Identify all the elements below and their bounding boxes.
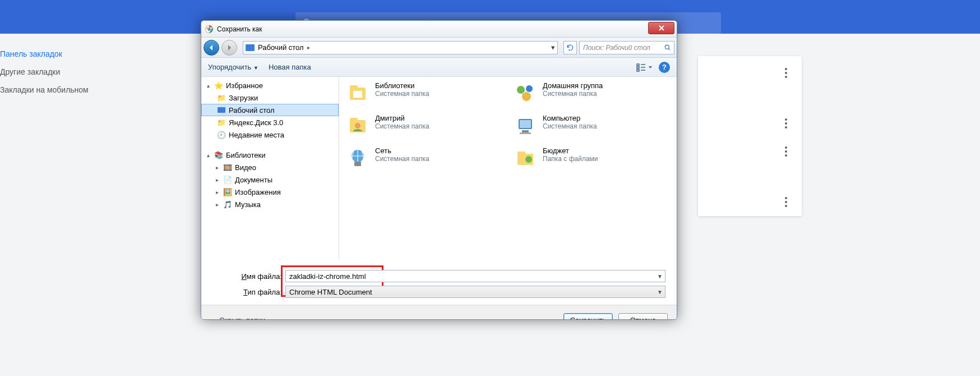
svg-rect-30: [517, 152, 525, 155]
cancel-button[interactable]: Отмена: [618, 313, 668, 320]
video-icon: 🎞️: [223, 163, 232, 172]
svg-rect-26: [520, 132, 531, 134]
folder-icon: [514, 146, 537, 170]
address-breadcrumb[interactable]: Рабочий стол ▸ ▾: [243, 41, 558, 54]
computer-icon: [514, 114, 537, 137]
chevron-down-icon: ▼: [253, 65, 258, 71]
refresh-button[interactable]: [563, 41, 577, 54]
list-item[interactable]: БюджетПапка с файлами: [514, 146, 670, 170]
library-icon: 📚: [214, 150, 223, 159]
search-placeholder: Поиск: Рабочий стол: [583, 44, 650, 52]
document-icon: 📄: [223, 175, 232, 184]
svg-rect-24: [520, 120, 531, 128]
dialog-titlebar[interactable]: Сохранить как: [201, 21, 677, 38]
list-item[interactable]: ДмитрийСистемная папка: [346, 114, 502, 137]
help-button[interactable]: ?: [659, 62, 670, 73]
svg-rect-25: [522, 130, 529, 132]
dialog-title: Сохранить как: [217, 25, 262, 33]
explorer-search[interactable]: Поиск: Рабочий стол: [579, 41, 674, 54]
list-item[interactable]: СетьСистемная папка: [346, 146, 502, 170]
svg-point-22: [355, 123, 360, 129]
close-button[interactable]: [648, 22, 674, 34]
chevron-down-icon[interactable]: ▼: [657, 289, 663, 295]
nav-forward-button[interactable]: [221, 40, 237, 56]
folder-tree[interactable]: ▴⭐Избранное 📁Загрузки Рабочий стол 📁Янде…: [201, 77, 339, 260]
breadcrumb-text: Рабочий стол: [258, 43, 304, 52]
svg-point-19: [522, 92, 531, 101]
view-options-icon[interactable]: [636, 63, 652, 72]
sidebar-item-other-bookmarks[interactable]: Другие закладки: [0, 63, 146, 81]
svg-rect-8: [637, 64, 639, 66]
save-button[interactable]: Сохранить: [563, 313, 613, 320]
tree-music[interactable]: ▸🎵Музыка: [201, 198, 339, 210]
hide-folders-button[interactable]: ▲Скрыть папки: [210, 316, 265, 320]
explorer-toolbar: Упорядочить ▼ Новая папка ?: [201, 58, 677, 77]
svg-rect-9: [637, 67, 639, 68]
libraries-icon: [346, 81, 369, 105]
tree-documents[interactable]: ▸📄Документы: [201, 173, 339, 186]
svg-point-31: [525, 156, 532, 163]
svg-line-7: [668, 48, 670, 50]
user-icon: [346, 114, 369, 137]
arrow-left-icon: [208, 44, 215, 51]
tree-yandex-disk[interactable]: 📁Яндекс.Диск 3.0: [201, 116, 339, 129]
recent-icon: 🕘: [217, 130, 226, 139]
more-menu-icon[interactable]: [780, 146, 792, 157]
image-icon: 🖼️: [223, 187, 232, 196]
list-item[interactable]: БиблиотекиСистемная папка: [346, 81, 502, 105]
svg-rect-15: [350, 85, 358, 89]
organize-menu[interactable]: Упорядочить ▼: [208, 63, 258, 71]
more-menu-icon[interactable]: [780, 67, 792, 79]
arrow-right-icon: [226, 44, 233, 51]
chevron-right-icon: ▸: [307, 44, 310, 51]
folder-icon: 📁: [217, 118, 226, 127]
svg-point-18: [526, 85, 533, 92]
filename-label: Имя файла:: [212, 272, 285, 281]
file-list[interactable]: БиблиотекиСистемная папка Домашняя групп…: [339, 77, 677, 260]
filename-input[interactable]: zakladki-iz-chrome.html▼: [285, 270, 665, 282]
more-menu-icon[interactable]: [780, 196, 792, 208]
folder-icon: 📁: [217, 93, 226, 102]
bookmarks-content-panel: [698, 56, 802, 216]
filetype-label: Тип файла:: [212, 288, 285, 296]
list-item[interactable]: КомпьютерСистемная папка: [514, 114, 670, 137]
chevron-down-icon[interactable]: ▼: [657, 273, 663, 279]
tree-images[interactable]: ▸🖼️Изображения: [201, 186, 339, 198]
nav-back-button[interactable]: [204, 40, 219, 56]
search-icon: [664, 44, 672, 52]
tree-downloads[interactable]: 📁Загрузки: [201, 91, 339, 104]
save-as-dialog: Сохранить как Рабочий стол ▸ ▾ Поиск: Ра…: [201, 20, 677, 320]
svg-rect-28: [354, 162, 361, 166]
homegroup-icon: [514, 81, 537, 105]
network-icon: [346, 146, 369, 170]
music-icon: 🎵: [223, 200, 232, 209]
nav-bar: Рабочий стол ▸ ▾ Поиск: Рабочий стол: [201, 38, 677, 58]
tree-video[interactable]: ▸🎞️Видео: [201, 161, 339, 173]
tree-libraries[interactable]: ▴📚Библиотеки: [201, 149, 339, 161]
breadcrumb-dropdown[interactable]: ▾: [551, 43, 555, 52]
sidebar-item-bookmarks-bar[interactable]: Панель закладок: [0, 45, 146, 63]
tree-desktop[interactable]: Рабочий стол: [201, 104, 339, 116]
more-menu-icon[interactable]: [780, 118, 792, 129]
svg-rect-10: [637, 70, 639, 71]
bookmarks-sidebar: Панель закладок Другие закладки Закладки…: [0, 45, 146, 99]
dialog-footer: ▲Скрыть папки Сохранить Отмена: [201, 305, 677, 320]
svg-point-17: [517, 86, 525, 94]
tree-favorites[interactable]: ▴⭐Избранное: [201, 79, 339, 91]
tree-recent[interactable]: 🕘Недавние места: [201, 129, 339, 141]
sidebar-item-mobile-bookmarks[interactable]: Закладки на мобильном: [0, 81, 146, 99]
svg-rect-16: [353, 91, 362, 98]
chevron-up-icon: ▲: [210, 317, 216, 320]
svg-rect-21: [350, 118, 358, 121]
chrome-icon: [205, 25, 214, 34]
desktop-icon: [246, 44, 255, 51]
filetype-select[interactable]: Chrome HTML Document▼: [285, 286, 665, 298]
new-folder-button[interactable]: Новая папка: [269, 63, 311, 71]
desktop-icon: [217, 106, 226, 114]
refresh-icon: [566, 44, 574, 52]
star-icon: ⭐: [214, 81, 223, 90]
close-icon: [658, 25, 665, 31]
list-item[interactable]: Домашняя группаСистемная папка: [514, 81, 670, 105]
file-fields: Имя файла: zakladki-iz-chrome.html▼ Тип …: [201, 260, 677, 305]
